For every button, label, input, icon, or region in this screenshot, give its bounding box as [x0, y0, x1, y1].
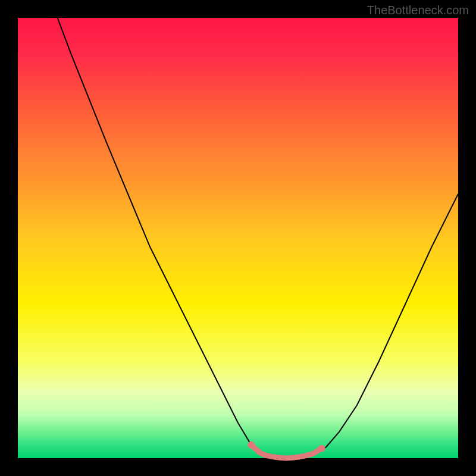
marker-point — [318, 445, 325, 452]
marker-point — [277, 455, 282, 460]
bottleneck-chart — [0, 0, 476, 476]
marker-point — [271, 455, 275, 459]
watermark-text: TheBottleneck.com — [367, 4, 469, 17]
marker-point — [248, 441, 255, 449]
chart-container: TheBottleneck.com — [0, 0, 476, 476]
marker-point — [304, 453, 309, 458]
marker-point — [258, 450, 262, 455]
marker-point — [291, 455, 296, 460]
marker-point — [311, 452, 315, 456]
marker-point — [284, 456, 289, 461]
marker-point — [264, 453, 269, 458]
chart-background-gradient — [18, 18, 458, 458]
marker-point — [298, 455, 302, 459]
